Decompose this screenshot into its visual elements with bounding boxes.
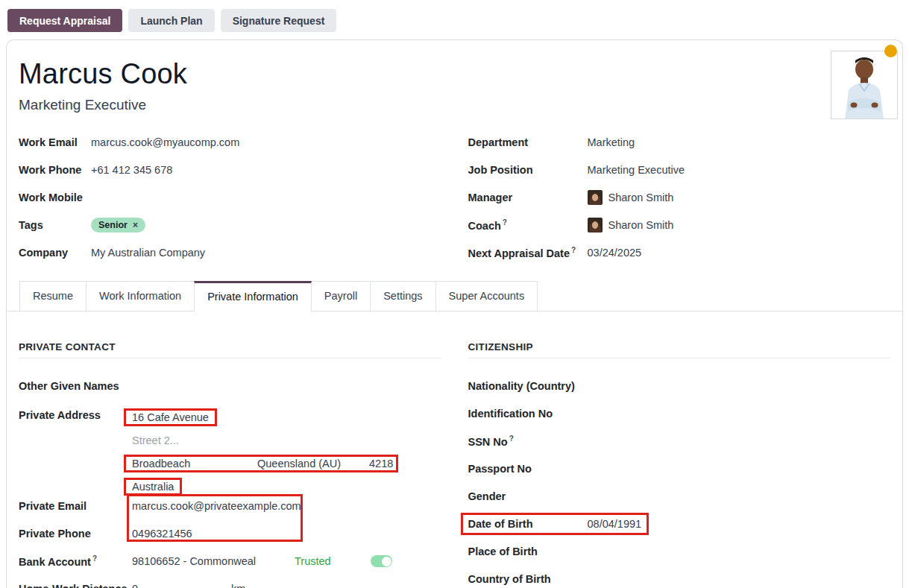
next-appraisal-date-row: Next Appraisal Date? 03/24/2025 bbox=[468, 244, 891, 261]
form-sheet: Marcus Cook Marketing Executive Work Ema… bbox=[6, 39, 903, 588]
department-row: Department Marketing bbox=[468, 134, 891, 151]
coach-help-icon: ? bbox=[503, 218, 507, 227]
city-annotation-box: Broadbeach Queensland (AU) 4218 bbox=[124, 455, 398, 472]
statusbar: Request Appraisal Launch Plan Signature … bbox=[0, 0, 909, 39]
private-address-label: Private Address bbox=[19, 409, 132, 421]
email-phone-group: Private Email marcus.cook@privateexample… bbox=[19, 498, 441, 542]
private-phone-value[interactable]: 0496321456 bbox=[132, 528, 192, 540]
manager-row: Manager Sharon Smith bbox=[468, 189, 891, 206]
work-phone-value[interactable]: +61 412 345 678 bbox=[91, 164, 172, 176]
address-city-line: Broadbeach Queensland (AU) 4218 bbox=[132, 452, 398, 475]
manager-avatar bbox=[588, 190, 603, 205]
tab-private-information[interactable]: Private Information bbox=[194, 281, 312, 312]
company-row: Company My Australian Company bbox=[19, 244, 441, 261]
citizenship-section: CITIZENSHIP Nationality (Country) Identi… bbox=[468, 341, 891, 588]
country-value[interactable]: Australia bbox=[132, 481, 174, 493]
citizenship-title: CITIZENSHIP bbox=[468, 341, 891, 353]
nationality-row: Nationality (Country) bbox=[468, 378, 891, 394]
department-label: Department bbox=[468, 136, 588, 148]
home-work-distance-value[interactable]: 0 bbox=[132, 583, 231, 588]
tag-senior[interactable]: Senior × bbox=[91, 218, 145, 233]
bank-account-help-icon: ? bbox=[92, 554, 97, 563]
date-of-birth-value[interactable]: 08/04/1991 bbox=[588, 518, 642, 530]
zip-value[interactable]: 4218 bbox=[369, 458, 393, 470]
work-email-row: Work Email marcus.cook@myaucomp.com bbox=[19, 134, 441, 151]
employee-info-grid: Work Email marcus.cook@myaucomp.com Work… bbox=[19, 134, 890, 272]
tab-settings[interactable]: Settings bbox=[370, 281, 435, 311]
department-value[interactable]: Marketing bbox=[588, 136, 635, 148]
private-email-value[interactable]: marcus.cook@privateexample.com bbox=[132, 500, 301, 512]
private-phone-label: Private Phone bbox=[19, 528, 132, 540]
coach-avatar bbox=[588, 218, 603, 233]
job-position-label: Job Position bbox=[468, 164, 588, 176]
request-appraisal-button[interactable]: Request Appraisal bbox=[7, 9, 122, 32]
other-given-names-label: Other Given Names bbox=[19, 380, 132, 392]
place-of-birth-row: Place of Birth bbox=[468, 543, 891, 560]
other-given-names-row: Other Given Names bbox=[19, 378, 441, 394]
work-email-label: Work Email bbox=[19, 136, 91, 148]
presence-indicator-icon bbox=[884, 45, 897, 57]
state-value[interactable]: Queensland (AU) bbox=[257, 458, 369, 470]
street2-placeholder[interactable]: Street 2... bbox=[132, 434, 179, 446]
tab-super-accounts[interactable]: Super Accounts bbox=[435, 281, 538, 311]
private-address-row: Private Address 16 Cafe Avenue Street 2.… bbox=[19, 405, 441, 498]
tab-work-information[interactable]: Work Information bbox=[86, 281, 195, 311]
employee-photo[interactable] bbox=[831, 51, 898, 119]
job-position-value[interactable]: Marketing Executive bbox=[588, 164, 685, 176]
trusted-label: Trusted bbox=[295, 555, 371, 567]
manager-value[interactable]: Sharon Smith bbox=[588, 190, 674, 205]
employee-job-title[interactable]: Marketing Executive bbox=[19, 97, 890, 113]
company-value[interactable]: My Australian Company bbox=[91, 247, 205, 259]
employee-name[interactable]: Marcus Cook bbox=[19, 57, 890, 91]
ssn-label: SSN No? bbox=[468, 434, 588, 448]
distance-unit-label: km bbox=[231, 583, 245, 588]
next-appraisal-help-icon: ? bbox=[571, 246, 576, 254]
private-contact-section: PRIVATE CONTACT Other Given Names Privat… bbox=[19, 341, 441, 588]
work-mobile-row: Work Mobile bbox=[19, 189, 441, 206]
nationality-label: Nationality (Country) bbox=[468, 380, 588, 392]
tag-remove-icon[interactable]: × bbox=[133, 220, 138, 230]
identification-row: Identification No bbox=[468, 405, 891, 422]
country-of-birth-row: Country of Birth bbox=[468, 571, 891, 587]
private-email-label: Private Email bbox=[19, 500, 132, 512]
private-email-row: Private Email marcus.cook@privateexample… bbox=[19, 498, 441, 514]
private-contact-title: PRIVATE CONTACT bbox=[19, 341, 441, 353]
work-mobile-label: Work Mobile bbox=[19, 192, 91, 203]
bank-account-row: Bank Account? 98106652 - Commonweal Trus… bbox=[19, 553, 441, 569]
country-of-birth-label: Country of Birth bbox=[468, 573, 588, 585]
ssn-row: SSN No? bbox=[468, 433, 891, 449]
passport-row: Passport No bbox=[468, 461, 891, 477]
gender-row: Gender bbox=[468, 488, 891, 505]
private-phone-row: Private Phone 0496321456 bbox=[19, 525, 441, 542]
manager-name: Sharon Smith bbox=[608, 192, 674, 203]
signature-request-button[interactable]: Signature Request bbox=[221, 9, 337, 32]
street-value[interactable]: 16 Cafe Avenue bbox=[132, 411, 209, 423]
next-appraisal-date-value[interactable]: 03/24/2025 bbox=[588, 247, 642, 259]
manager-label: Manager bbox=[468, 192, 588, 203]
coach-value[interactable]: Sharon Smith bbox=[588, 218, 674, 233]
launch-plan-button[interactable]: Launch Plan bbox=[128, 9, 214, 32]
address-country-line: Australia bbox=[132, 475, 398, 498]
home-work-distance-row: Home-Work Distance 0 km bbox=[19, 581, 441, 588]
private-information-page: PRIVATE CONTACT Other Given Names Privat… bbox=[19, 312, 890, 588]
coach-label: Coach? bbox=[468, 218, 588, 232]
tab-resume[interactable]: Resume bbox=[19, 281, 87, 311]
tab-payroll[interactable]: Payroll bbox=[311, 281, 371, 311]
next-appraisal-date-label: Next Appraisal Date? bbox=[468, 246, 588, 259]
info-right-column: Department Marketing Job Position Market… bbox=[468, 134, 891, 272]
tag-senior-text: Senior bbox=[98, 220, 128, 230]
coach-name: Sharon Smith bbox=[608, 219, 674, 231]
job-position-row: Job Position Marketing Executive bbox=[468, 162, 891, 178]
country-annotation-box: Australia bbox=[124, 478, 182, 496]
work-email-value[interactable]: marcus.cook@myaucomp.com bbox=[91, 136, 239, 148]
home-work-distance-label: Home-Work Distance bbox=[19, 583, 132, 588]
identification-label: Identification No bbox=[468, 408, 588, 420]
bank-account-value[interactable]: 98106652 - Commonweal bbox=[132, 555, 295, 567]
city-value[interactable]: Broadbeach bbox=[132, 458, 257, 470]
tags-row: Tags Senior × bbox=[19, 217, 441, 233]
address-street2-line: Street 2... bbox=[132, 429, 398, 452]
notebook-tabs: Resume Work Information Private Informat… bbox=[7, 281, 902, 312]
gender-label: Gender bbox=[468, 490, 588, 502]
private-contact-divider bbox=[19, 358, 441, 358]
trusted-toggle[interactable] bbox=[371, 555, 392, 567]
